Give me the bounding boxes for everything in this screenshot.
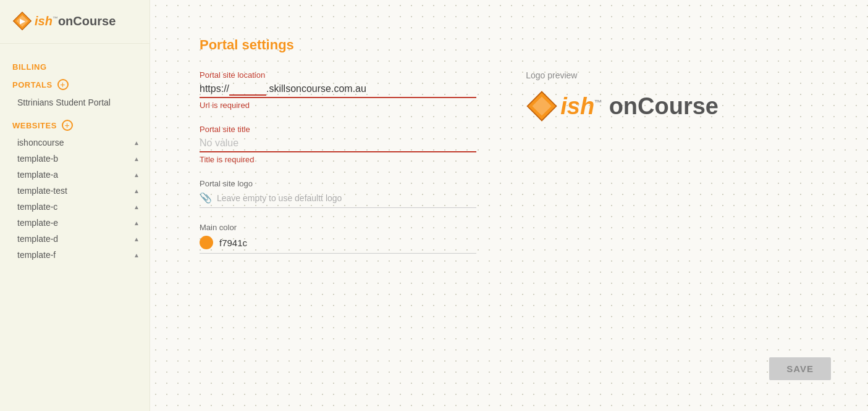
websites-section-header[interactable]: WEBSITES +: [0, 116, 150, 135]
portal-title-group: Portal site title Title is required: [200, 125, 476, 164]
add-portal-button[interactable]: +: [57, 79, 69, 90]
save-area: SAVE: [769, 357, 831, 380]
logo-on: on: [58, 14, 73, 28]
url-subdomain-input[interactable]: [229, 83, 266, 96]
sidebar-item-template-b[interactable]: template-b ▲: [0, 151, 150, 167]
logo-course: Course: [73, 14, 116, 28]
color-field-container[interactable]: f7941c: [200, 236, 476, 254]
portals-section-header[interactable]: PORTALS +: [0, 75, 150, 94]
chevron-up-icon: ▲: [133, 188, 140, 194]
sidebar-item-template-c[interactable]: template-c ▲: [0, 199, 150, 215]
paperclip-icon: 📎: [200, 192, 212, 204]
chevron-up-icon: ▲: [133, 252, 140, 259]
portal-logo-group: Portal site logo 📎 Leave empty to use de…: [200, 179, 476, 208]
sidebar-item-template-test[interactable]: template-test ▲: [0, 183, 150, 199]
color-swatch: [200, 236, 213, 249]
url-field-container: https:// .skillsoncourse.com.au: [200, 83, 476, 98]
form-layout: Portal site location https:// .skillsonc…: [200, 70, 718, 268]
portal-location-group: Portal site location https:// .skillsonc…: [200, 70, 476, 110]
portal-title-label: Portal site title: [200, 125, 476, 134]
logo-file-placeholder: Leave empty to use defaultt logo: [217, 193, 342, 203]
sidebar-item-template-f[interactable]: template-f ▲: [0, 247, 150, 263]
page-title: Portal settings: [200, 37, 718, 53]
sidebar-item-template-e[interactable]: template-e ▲: [0, 215, 150, 231]
logo-preview-label: Logo preview: [526, 70, 718, 80]
website-item-label: template-b: [17, 154, 58, 164]
websites-label: WEBSITES: [12, 121, 57, 130]
chevron-up-icon: ▲: [133, 139, 140, 146]
logo-file-input-container[interactable]: 📎 Leave empty to use defaultt logo: [200, 192, 476, 208]
website-item-label: template-a: [17, 170, 58, 180]
website-item-label: template-f: [17, 250, 56, 260]
main-color-group: Main color f7941c: [200, 223, 476, 254]
chevron-up-icon: ▲: [133, 204, 140, 210]
form-fields: Portal site location https:// .skillsonc…: [200, 70, 476, 268]
portal-location-label: Portal site location: [200, 70, 476, 80]
preview-logo-course: Course: [638, 93, 718, 119]
url-suffix: .skillsoncourse.com.au: [266, 83, 366, 94]
logo-preview-image: ish™ onCourse: [526, 90, 718, 122]
website-item-label: template-test: [17, 186, 67, 196]
color-value-text: f7941c: [219, 238, 247, 248]
chevron-up-icon: ▲: [133, 156, 140, 162]
portals-item-label: Sttrinians Student Portal: [17, 98, 111, 107]
billing-label: BILLING: [12, 62, 47, 72]
logo-area: ▶ ish™onCourse: [0, 0, 150, 44]
website-item-label: template-e: [17, 218, 58, 228]
save-button[interactable]: SAVE: [769, 357, 831, 380]
logo-ish: ish: [35, 14, 53, 28]
main-content: Portal settings Portal site location htt…: [150, 0, 868, 411]
content-area: Portal settings Portal site location htt…: [150, 0, 768, 305]
preview-logo-tm: ™: [594, 98, 602, 107]
chevron-up-icon: ▲: [133, 236, 140, 243]
portals-label: PORTALS: [12, 80, 53, 89]
sidebar-item-template-d[interactable]: template-d ▲: [0, 231, 150, 247]
preview-logo-text: ish™ onCourse: [560, 94, 718, 118]
sidebar: ▶ ish™onCourse BILLING PORTALS + Sttrini…: [0, 0, 150, 411]
app-logo-text: ish™onCourse: [35, 14, 116, 28]
website-item-label: ishoncourse: [17, 138, 64, 147]
website-item-label: template-d: [17, 234, 58, 244]
portal-title-input[interactable]: [200, 138, 476, 152]
chevron-up-icon: ▲: [133, 172, 140, 178]
main-color-label: Main color: [200, 223, 476, 232]
logo-diamond-icon: ▶: [12, 11, 32, 31]
sidebar-item-ishoncourse[interactable]: ishoncourse ▲: [0, 135, 150, 151]
portal-logo-label: Portal site logo: [200, 179, 476, 188]
billing-nav-item[interactable]: BILLING: [0, 59, 150, 75]
add-website-button[interactable]: +: [62, 120, 73, 131]
preview-diamond-icon: [526, 90, 558, 122]
portals-item-sttrinians[interactable]: Sttrinians Student Portal: [0, 94, 150, 111]
logo-tm: ™: [53, 15, 58, 22]
preview-logo-on: on: [602, 93, 638, 119]
website-item-label: template-c: [17, 202, 57, 212]
preview-logo-ish: ish: [560, 93, 594, 119]
url-error-text: Url is required: [200, 101, 476, 110]
url-prefix: https://: [200, 83, 229, 94]
chevron-up-icon: ▲: [133, 220, 140, 226]
logo-container: ▶ ish™onCourse: [12, 11, 137, 31]
title-error-text: Title is required: [200, 155, 476, 164]
sidebar-nav: BILLING PORTALS + Sttrinians Student Por…: [0, 44, 150, 411]
logo-preview-area: Logo preview ish™ onCourse: [526, 70, 718, 122]
sidebar-item-template-a[interactable]: template-a ▲: [0, 167, 150, 183]
